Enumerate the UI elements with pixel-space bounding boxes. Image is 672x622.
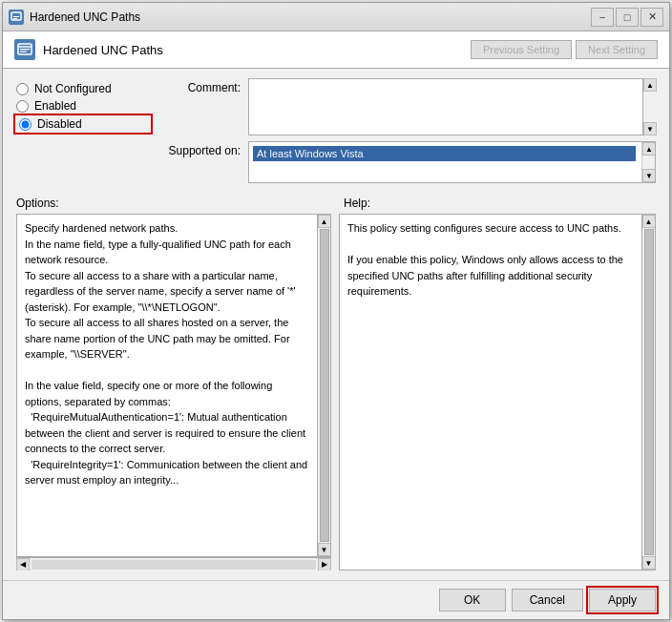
help-scroll-thumb bbox=[644, 229, 654, 555]
supported-row: Supported on: At least Windows Vista ▲ ▼ bbox=[159, 141, 656, 183]
options-panel-wrapper: Specify hardened network paths. In the n… bbox=[16, 214, 331, 570]
comment-scroll-down[interactable]: ▼ bbox=[643, 122, 657, 135]
options-help-labels: Options: Help: bbox=[16, 197, 656, 210]
comment-label: Comment: bbox=[159, 78, 241, 94]
help-scroll-down[interactable]: ▼ bbox=[642, 556, 656, 570]
maximize-button[interactable]: □ bbox=[616, 8, 639, 27]
svg-rect-5 bbox=[20, 49, 30, 50]
nav-buttons: Previous Setting Next Setting bbox=[471, 40, 658, 59]
options-scroll-up[interactable]: ▲ bbox=[318, 215, 331, 228]
main-window: Hardened UNC Paths − □ ✕ Hardened UNC Pa… bbox=[2, 2, 670, 620]
options-hscroll-left[interactable]: ◀ bbox=[16, 558, 30, 571]
window-icon bbox=[9, 10, 24, 25]
title-bar: Hardened UNC Paths − □ ✕ bbox=[3, 3, 669, 31]
svg-rect-6 bbox=[20, 52, 27, 52]
radio-disabled[interactable]: Disabled bbox=[16, 116, 150, 132]
options-label: Options: bbox=[16, 197, 336, 210]
radio-disabled-label: Disabled bbox=[37, 117, 82, 131]
radio-enabled-input[interactable] bbox=[16, 100, 29, 113]
radio-disabled-input[interactable] bbox=[19, 118, 32, 131]
svg-rect-1 bbox=[13, 16, 19, 17]
comment-scrollbar: ▲ ▼ bbox=[642, 78, 656, 135]
ok-button[interactable]: OK bbox=[439, 589, 506, 612]
options-panel: Specify hardened network paths. In the n… bbox=[16, 214, 331, 557]
dialog-header-title: Hardened UNC Paths bbox=[43, 43, 163, 57]
options-hscroll-right[interactable]: ▶ bbox=[318, 558, 331, 571]
help-panel: This policy setting configures secure ac… bbox=[339, 214, 656, 570]
supported-selected: At least Windows Vista bbox=[253, 146, 636, 161]
panels-row: Specify hardened network paths. In the n… bbox=[16, 214, 656, 570]
radio-not-configured-input[interactable] bbox=[16, 83, 29, 95]
supported-scroll-down[interactable]: ▼ bbox=[642, 169, 656, 182]
help-scroll-up[interactable]: ▲ bbox=[642, 215, 656, 228]
window-title: Hardened UNC Paths bbox=[30, 10, 591, 24]
minimize-button[interactable]: − bbox=[591, 8, 614, 27]
help-label: Help: bbox=[344, 197, 656, 210]
supported-scrollbar: ▲ ▼ bbox=[641, 142, 655, 182]
comment-row: Comment: ▲ ▼ bbox=[159, 78, 656, 135]
next-setting-button[interactable]: Next Setting bbox=[576, 40, 658, 59]
apply-button[interactable]: Apply bbox=[589, 589, 656, 612]
options-hscroll-track bbox=[32, 560, 316, 570]
close-button[interactable]: ✕ bbox=[640, 8, 663, 27]
options-hscrollbar: ◀ ▶ bbox=[16, 557, 331, 570]
window-controls: − □ ✕ bbox=[591, 8, 663, 27]
radio-not-configured[interactable]: Not Configured bbox=[16, 82, 150, 95]
dialog-header-left: Hardened UNC Paths bbox=[14, 39, 163, 60]
comment-section: Comment: ▲ ▼ Supported on: bbox=[159, 78, 656, 189]
radio-enabled[interactable]: Enabled bbox=[16, 99, 150, 113]
supported-value: At least Windows Vista bbox=[249, 142, 655, 165]
options-scrollbar: ▲ ▼ bbox=[317, 215, 330, 556]
supported-scroll-up[interactable]: ▲ bbox=[642, 142, 656, 156]
options-content: Specify hardened network paths. In the n… bbox=[17, 215, 317, 556]
dialog-body: Not Configured Enabled Disabled Comment: bbox=[3, 69, 669, 580]
options-scroll-thumb bbox=[320, 229, 329, 542]
dialog-icon bbox=[14, 39, 35, 60]
dialog-header: Hardened UNC Paths Previous Setting Next… bbox=[3, 31, 669, 69]
help-scrollbar: ▲ ▼ bbox=[641, 215, 655, 570]
supported-label: Supported on: bbox=[159, 141, 241, 157]
radio-enabled-label: Enabled bbox=[34, 99, 76, 113]
help-content: This policy setting configures secure ac… bbox=[340, 215, 641, 570]
supported-field: At least Windows Vista ▲ ▼ bbox=[248, 141, 656, 183]
top-section: Not Configured Enabled Disabled Comment: bbox=[16, 78, 656, 189]
bottom-bar: OK Cancel Apply bbox=[3, 580, 669, 619]
prev-setting-button[interactable]: Previous Setting bbox=[471, 40, 572, 59]
dialog-content: Hardened UNC Paths Previous Setting Next… bbox=[3, 31, 669, 619]
comment-scroll-up[interactable]: ▲ bbox=[643, 78, 657, 92]
radio-not-configured-label: Not Configured bbox=[34, 82, 112, 95]
comment-textarea[interactable] bbox=[248, 78, 656, 135]
cancel-button[interactable]: Cancel bbox=[512, 589, 583, 612]
svg-rect-2 bbox=[13, 18, 17, 19]
radio-section: Not Configured Enabled Disabled bbox=[16, 78, 150, 189]
options-scroll-down[interactable]: ▼ bbox=[318, 543, 331, 556]
